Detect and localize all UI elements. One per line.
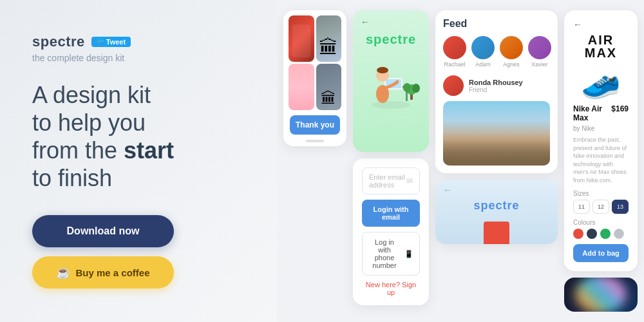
photo-cell-2 [316,15,342,62]
avatar-agnes[interactable] [500,36,523,59]
post-avatar [443,75,464,96]
colours-label: Colours [573,219,629,226]
tweet-badge[interactable]: Tweet [91,37,131,47]
nike-brand: by Nike [573,125,629,132]
signup-link[interactable]: New here? Sign up [362,281,420,296]
feed-avatars: Rachael Adam Agnes Xavier [443,36,550,68]
brand-name: spectre [32,33,85,50]
column-1: Thank you [283,10,346,312]
nike-card: ← AIR MAX 👟 Nike Air Max $169 by Nike Em… [564,10,638,271]
spectre-green-title: spectre [366,32,416,47]
post-name: Ronda Rhousey [469,79,523,86]
spectre-green-card: ← spectre [353,10,429,152]
column-4: ← AIR MAX 👟 Nike Air Max $169 by Nike Em… [564,10,638,312]
post-sub: Friend [469,86,523,93]
dark-card [564,278,638,312]
feed-card: Feed Rachael Adam Agnes Xavier [435,10,558,173]
colour-grey[interactable] [614,229,624,239]
coffee-icon: ☕ [56,265,70,279]
post-info: Ronda Rhousey Friend [469,79,523,93]
mountain-photo [443,101,550,166]
phone-icon: 📱 [404,250,413,258]
download-button[interactable]: Download now [32,215,174,247]
nike-description: Embrace the past, present and future of … [573,136,629,185]
avatar-xavier[interactable] [528,36,551,59]
colour-dark[interactable] [587,229,597,239]
spectre-blue-title: spectre [473,199,519,213]
email-input[interactable]: Enter email address ✉ [362,167,420,194]
colour-red[interactable] [573,229,583,239]
dark-card-glow [575,278,627,312]
svg-point-0 [372,101,410,109]
svg-point-10 [403,83,411,92]
size-11[interactable]: 11 [573,200,590,214]
photo-building [316,15,342,62]
building-shape [484,222,509,244]
nike-logo: AIR MAX [573,33,629,59]
nike-back-arrow[interactable]: ← [573,19,629,30]
sizes-row: 11 12 13 [573,200,629,214]
login-email-button[interactable]: Login with email [362,200,420,227]
right-panel: Thank you ← spectre [277,0,644,322]
photo-pink [289,64,314,110]
nike-product-row: Nike Air Max $169 [573,104,629,122]
photo-red [289,15,314,62]
login-phone-button[interactable]: Log in with phone number 📱 [362,232,420,276]
photo-cell-3 [289,64,314,110]
coffee-button[interactable]: ☕ Buy me a coffee [32,256,174,289]
photo-cell-4 [316,64,342,110]
avatar-adam[interactable] [471,36,495,59]
person-illustration [362,52,420,110]
feed-avatar-rachael: Rachael [443,36,466,68]
shoe-image: 👟 [581,62,621,100]
photo-dark [316,64,342,110]
feed-avatar-adam: Adam [471,36,495,68]
column-2: ← spectre [353,10,429,312]
tagline: the complete design kit [32,53,245,63]
svg-point-7 [377,67,388,73]
size-13[interactable]: 13 [612,200,629,214]
nike-price: $169 [611,104,629,113]
login-card: Enter email address ✉ Login with email L… [353,158,429,305]
scroll-indicator [306,140,324,142]
nike-product-name: Nike Air Max [573,104,611,122]
brand-row: spectre Tweet [32,33,245,50]
feed-title: Feed [443,18,550,30]
sizes-label: Sizes [573,190,629,197]
nike-shoe-area: 👟 [573,62,629,100]
thankyou-button[interactable]: Thank you [290,115,340,135]
avatar-rachael[interactable] [443,36,466,59]
photo-grid-card: Thank you [283,10,346,146]
svg-point-11 [412,84,420,93]
headline: A design kitto help youfrom the startto … [32,81,245,193]
add-to-bag-button[interactable]: Add to bag [573,244,629,262]
size-12[interactable]: 12 [592,200,609,214]
feed-avatar-xavier: Xavier [528,36,551,68]
back-arrow-icon[interactable]: ← [361,17,370,27]
feed-post: Ronda Rhousey Friend [443,75,550,96]
back-arrow-blue-icon[interactable]: ← [443,185,452,195]
spectre-blue-card: ← spectre [435,180,558,244]
colour-green[interactable] [600,229,611,239]
feed-avatar-agnes: Agnes [500,36,523,68]
photo-cell-1 [289,15,314,62]
photo-grid [283,10,346,115]
left-panel: spectre Tweet the complete design kit A … [0,0,277,322]
colours-row [573,229,629,239]
column-3: Feed Rachael Adam Agnes Xavier [435,10,558,312]
email-icon: ✉ [406,176,413,185]
headline-line1: A design kitto help youfrom the startto … [32,82,174,192]
